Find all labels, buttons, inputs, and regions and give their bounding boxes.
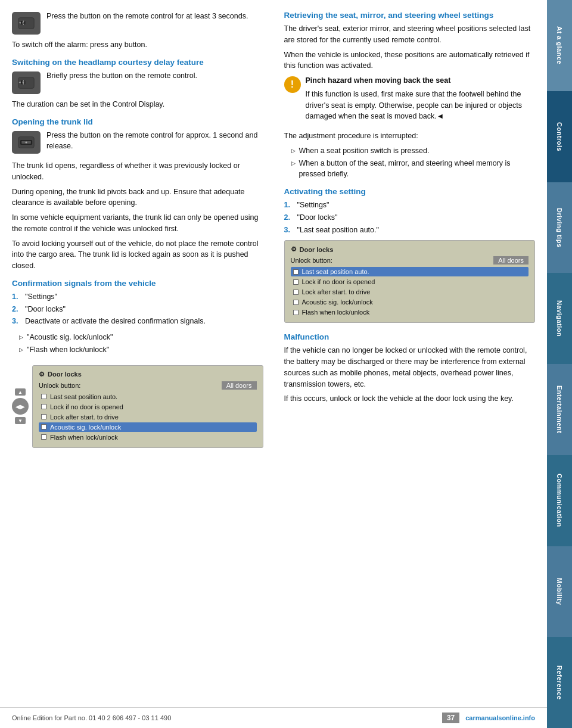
- trunk-p1: The trunk lid opens, regardless of wheth…: [12, 160, 263, 183]
- warning-p: If this function is used, first make sur…: [306, 89, 536, 122]
- headlamp-heading: Switching on the headlamp courtesy delay…: [12, 58, 263, 67]
- activate-item-2: 2. "Door locks": [284, 212, 536, 223]
- sidebar-item-entertainment[interactable]: Entertainment: [547, 364, 572, 455]
- retrieve-heading: Retrieving the seat, mirror, and steerin…: [284, 11, 536, 20]
- screen1-title: ⚙ Door locks: [39, 371, 257, 378]
- s2-checkbox-4: [293, 300, 299, 305]
- duration-text: The duration can be set in the Control D…: [12, 99, 263, 110]
- trunk-p4: To avoid locking yourself out of the veh…: [12, 238, 263, 272]
- interrupted-text: The adjustment procedure is interrupted:: [284, 130, 536, 142]
- activate-list: 1. "Settings" 2. "Door locks" 3. "Last s…: [284, 200, 536, 235]
- interrupted-arrow-1: When a seat position switch is pressed.: [291, 145, 536, 157]
- screen2-row-5: Flash when lock/unlock: [291, 307, 529, 317]
- headlamp-icon-box: [12, 71, 41, 94]
- retrieve-p1: The driver's seat, exterior mirror, and …: [284, 23, 536, 46]
- confirm-list: 1. "Settings" 2. "Door locks" 3. Deactiv…: [12, 291, 263, 327]
- screen2-row-3: Lock after start. to drive: [291, 287, 529, 297]
- screen1-row-2: Lock if no door is opened: [39, 402, 257, 412]
- screen1-row-5: Flash when lock/unlock: [39, 433, 257, 442]
- checkbox-1: [41, 394, 46, 399]
- interrupted-arrow-2: When a button of the seat, mirror, and s…: [291, 158, 536, 181]
- remote-icon-box: [12, 12, 41, 35]
- remote-press-text: Press the button on the remote control f…: [46, 11, 248, 22]
- trunk-heading: Opening the trunk lid: [12, 117, 263, 126]
- sidebar-item-communication[interactable]: Communication: [547, 455, 572, 546]
- interrupted-arrows: When a seat position switch is pressed. …: [284, 145, 536, 180]
- screen-mockup-1-container: ▲ ◀▶ ▼ ⚙ Door locks Unlock button: All d…: [12, 360, 263, 453]
- confirm-heading: Confirmation signals from the vehicle: [12, 279, 263, 288]
- confirm-item-1: 1. "Settings": [12, 291, 263, 303]
- svg-point-15: [25, 141, 27, 143]
- sidebar-item-mobility[interactable]: Mobility: [547, 546, 572, 637]
- sidebar: At a glance Controls Driving tips Naviga…: [547, 0, 572, 728]
- screen2-title: ⚙ Door locks: [291, 245, 529, 253]
- alarm-text: To switch off the alarm: press any butto…: [12, 39, 263, 51]
- screen1-row-3: Lock after start. to drive: [39, 412, 257, 422]
- footer-copyright: Online Edition for Part no. 01 40 2 606 …: [12, 714, 171, 721]
- confirm-arrow-1: "Acoustic sig. lock/unlock": [19, 332, 263, 343]
- trunk-instruction: Press the button on the remote control f…: [46, 130, 263, 153]
- retrieve-p2: When the vehicle is unlocked, these posi…: [284, 49, 536, 72]
- checkbox-2: [41, 404, 46, 409]
- footer: Online Edition for Part no. 01 40 2 606 …: [0, 707, 547, 728]
- screen1-row-4: Acoustic sig. lock/unlock: [39, 422, 257, 432]
- s2-checkbox-5: [293, 310, 299, 315]
- checkbox-5: [41, 434, 46, 440]
- confirm-arrow-2: "Flash when lock/unlock": [19, 344, 263, 356]
- confirm-arrows: "Acoustic sig. lock/unlock" "Flash when …: [12, 332, 263, 356]
- headlamp-instruction: Briefly press the button on the remote c…: [46, 70, 197, 82]
- warning-section: ! Pinch hazard when moving back the seat…: [284, 75, 536, 126]
- confirm-item-2: 2. "Door locks": [12, 304, 263, 315]
- sidebar-item-navigation[interactable]: Navigation: [547, 273, 572, 364]
- s2-checkbox-1: [293, 269, 299, 275]
- trunk-p2: During opening, the trunk lid pivots bac…: [12, 186, 263, 209]
- nav-down-arrow[interactable]: ▼: [15, 417, 26, 424]
- screen-mockup-2: ⚙ Door locks Unlock button: All doors La…: [284, 240, 536, 323]
- sidebar-item-at-a-glance[interactable]: At a glance: [547, 0, 572, 91]
- sidebar-item-reference[interactable]: Reference: [547, 637, 572, 728]
- screen-mockup-1: ⚙ Door locks Unlock button: All doors La…: [32, 365, 263, 448]
- confirm-item-3: 3. Deactivate or activate the desired co…: [12, 316, 263, 327]
- s2-checkbox-3: [293, 290, 299, 295]
- footer-website: carmanualsonline.info: [465, 714, 535, 721]
- trunk-section: Press the button on the remote control f…: [12, 130, 263, 156]
- page-number: 37: [442, 713, 459, 723]
- screen1-row-1: Last seat position auto.: [39, 392, 257, 402]
- activate-item-1: 1. "Settings": [284, 200, 536, 211]
- trunk-icon-box: [12, 131, 41, 154]
- s2-checkbox-2: [293, 279, 299, 285]
- warning-text: Pinch hazard when moving back the seat: [306, 75, 536, 86]
- headlamp-section: Briefly press the button on the remote c…: [12, 70, 263, 94]
- screen2-row-2: Lock if no door is opened: [291, 277, 529, 287]
- gear-icon: ⚙: [39, 371, 45, 378]
- remote-press-section: Press the button on the remote control f…: [12, 11, 263, 35]
- nav-col-1: ▲ ◀▶ ▼: [12, 388, 29, 424]
- trunk-p3: In some vehicle equipment variants, the …: [12, 212, 263, 235]
- activate-item-3: 3. "Last seat position auto.": [284, 225, 536, 236]
- nav-up-arrow[interactable]: ▲: [15, 388, 26, 396]
- screen2-row-1: Last seat position auto.: [291, 267, 529, 276]
- screen2-row-4: Acoustic sig. lock/unlock: [291, 297, 529, 307]
- sidebar-item-driving-tips[interactable]: Driving tips: [547, 182, 572, 273]
- screen2-unlock-row: Unlock button: All doors: [291, 256, 529, 265]
- checkbox-4: [41, 424, 46, 430]
- warning-icon: !: [284, 76, 301, 93]
- screen1-unlock-row: Unlock button: All doors: [39, 381, 257, 390]
- checkbox-3: [41, 414, 46, 419]
- malfunction-p1: If the vehicle can no longer be locked o…: [284, 345, 536, 390]
- warning-content: Pinch hazard when moving back the seat I…: [306, 75, 536, 126]
- malfunction-p2: If this occurs, unlock or lock the vehic…: [284, 393, 536, 405]
- nav-circle[interactable]: ◀▶: [12, 398, 29, 415]
- malfunction-heading: Malfunction: [284, 332, 536, 341]
- activating-heading: Activating the setting: [284, 187, 536, 196]
- sidebar-item-controls[interactable]: Controls: [547, 91, 572, 182]
- gear-icon-2: ⚙: [291, 245, 297, 253]
